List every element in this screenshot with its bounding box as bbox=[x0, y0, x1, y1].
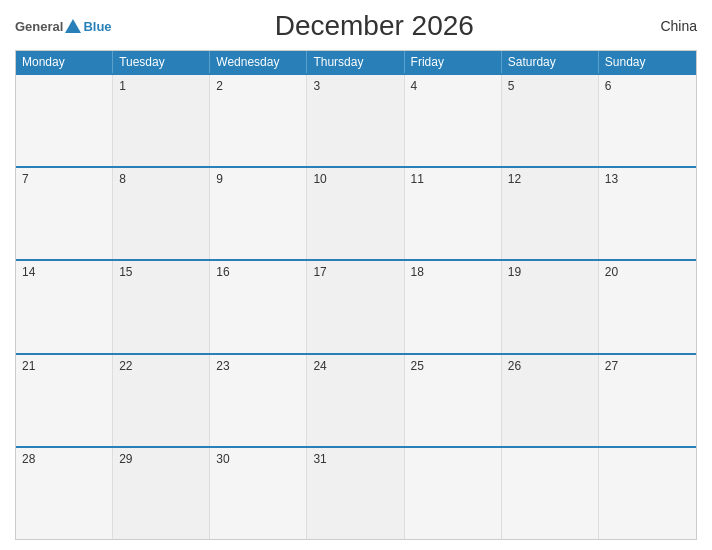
day-number: 26 bbox=[508, 359, 521, 373]
day-cell: 15 bbox=[113, 261, 210, 352]
day-number: 2 bbox=[216, 79, 223, 93]
day-number: 7 bbox=[22, 172, 29, 186]
day-number: 17 bbox=[313, 265, 326, 279]
day-cell: 1 bbox=[113, 75, 210, 166]
day-cell: 20 bbox=[599, 261, 696, 352]
day-header-saturday: Saturday bbox=[502, 51, 599, 73]
day-cell: 30 bbox=[210, 448, 307, 539]
day-cell: 6 bbox=[599, 75, 696, 166]
day-cell: 8 bbox=[113, 168, 210, 259]
day-number: 24 bbox=[313, 359, 326, 373]
calendar-grid: MondayTuesdayWednesdayThursdayFridaySatu… bbox=[15, 50, 697, 540]
day-number: 3 bbox=[313, 79, 320, 93]
day-number: 19 bbox=[508, 265, 521, 279]
logo-blue: Blue bbox=[83, 19, 111, 34]
calendar-page: General Blue December 2026 China MondayT… bbox=[0, 0, 712, 550]
day-number: 16 bbox=[216, 265, 229, 279]
day-header-tuesday: Tuesday bbox=[113, 51, 210, 73]
day-cell: 28 bbox=[16, 448, 113, 539]
day-number: 29 bbox=[119, 452, 132, 466]
day-cell: 25 bbox=[405, 355, 502, 446]
day-cell: 10 bbox=[307, 168, 404, 259]
week-row-5: 28293031 bbox=[16, 446, 696, 539]
week-row-4: 21222324252627 bbox=[16, 353, 696, 446]
day-cell: 19 bbox=[502, 261, 599, 352]
day-header-monday: Monday bbox=[16, 51, 113, 73]
day-number: 23 bbox=[216, 359, 229, 373]
day-cell: 5 bbox=[502, 75, 599, 166]
day-cell bbox=[599, 448, 696, 539]
day-cell: 3 bbox=[307, 75, 404, 166]
day-number: 4 bbox=[411, 79, 418, 93]
logo: General Blue bbox=[15, 19, 112, 34]
day-header-wednesday: Wednesday bbox=[210, 51, 307, 73]
day-cell: 18 bbox=[405, 261, 502, 352]
day-cell: 29 bbox=[113, 448, 210, 539]
day-number: 28 bbox=[22, 452, 35, 466]
day-cell bbox=[16, 75, 113, 166]
day-cell: 16 bbox=[210, 261, 307, 352]
day-cell: 14 bbox=[16, 261, 113, 352]
day-number: 18 bbox=[411, 265, 424, 279]
day-number: 11 bbox=[411, 172, 424, 186]
week-row-1: 123456 bbox=[16, 73, 696, 166]
week-row-2: 78910111213 bbox=[16, 166, 696, 259]
day-cell: 22 bbox=[113, 355, 210, 446]
day-number: 22 bbox=[119, 359, 132, 373]
day-cell: 26 bbox=[502, 355, 599, 446]
day-cell: 9 bbox=[210, 168, 307, 259]
day-cell: 11 bbox=[405, 168, 502, 259]
day-cell: 24 bbox=[307, 355, 404, 446]
day-number: 31 bbox=[313, 452, 326, 466]
day-number: 1 bbox=[119, 79, 126, 93]
day-number: 21 bbox=[22, 359, 35, 373]
day-number: 27 bbox=[605, 359, 618, 373]
day-cell: 17 bbox=[307, 261, 404, 352]
day-header-thursday: Thursday bbox=[307, 51, 404, 73]
day-number: 5 bbox=[508, 79, 515, 93]
day-number: 12 bbox=[508, 172, 521, 186]
day-header-sunday: Sunday bbox=[599, 51, 696, 73]
calendar-title: December 2026 bbox=[112, 10, 637, 42]
day-cell: 12 bbox=[502, 168, 599, 259]
day-number: 20 bbox=[605, 265, 618, 279]
day-cell: 13 bbox=[599, 168, 696, 259]
day-number: 8 bbox=[119, 172, 126, 186]
day-number: 13 bbox=[605, 172, 618, 186]
day-cell bbox=[405, 448, 502, 539]
day-number: 25 bbox=[411, 359, 424, 373]
day-header-friday: Friday bbox=[405, 51, 502, 73]
day-number: 30 bbox=[216, 452, 229, 466]
day-number: 9 bbox=[216, 172, 223, 186]
day-number: 6 bbox=[605, 79, 612, 93]
day-number: 14 bbox=[22, 265, 35, 279]
week-row-3: 14151617181920 bbox=[16, 259, 696, 352]
logo-general: General bbox=[15, 19, 63, 34]
day-cell: 4 bbox=[405, 75, 502, 166]
header: General Blue December 2026 China bbox=[15, 10, 697, 42]
day-cell bbox=[502, 448, 599, 539]
weeks-container: 1234567891011121314151617181920212223242… bbox=[16, 73, 696, 539]
day-cell: 21 bbox=[16, 355, 113, 446]
day-cell: 2 bbox=[210, 75, 307, 166]
country-label: China bbox=[637, 18, 697, 34]
day-cell: 31 bbox=[307, 448, 404, 539]
day-cell: 23 bbox=[210, 355, 307, 446]
day-cell: 27 bbox=[599, 355, 696, 446]
day-cell: 7 bbox=[16, 168, 113, 259]
logo-triangle-icon bbox=[65, 19, 81, 33]
day-number: 15 bbox=[119, 265, 132, 279]
day-headers-row: MondayTuesdayWednesdayThursdayFridaySatu… bbox=[16, 51, 696, 73]
day-number: 10 bbox=[313, 172, 326, 186]
